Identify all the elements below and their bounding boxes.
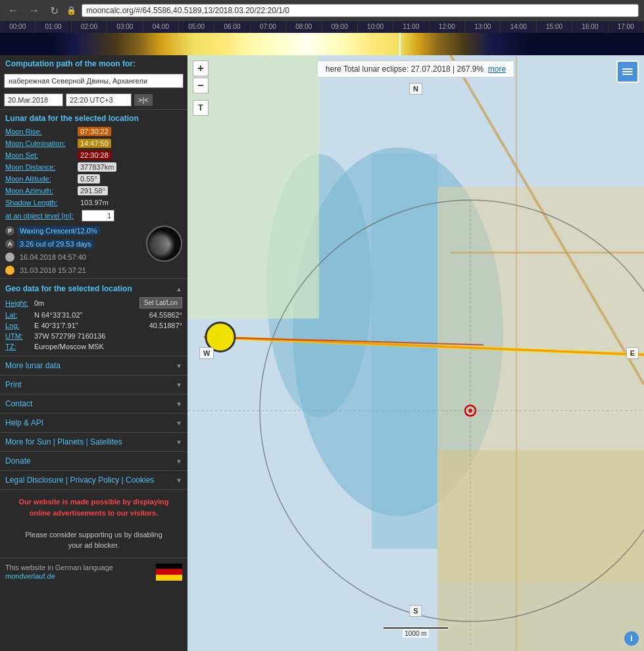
moon-azimuth-row: Moon Azimuth: 291.58° [0, 185, 187, 197]
moon-rise-value: 07:30:22 [78, 127, 111, 136]
more-lunar-header[interactable]: More lunar data ▼ [0, 356, 187, 375]
more-lunar-label: More lunar data [5, 361, 61, 370]
phase-info: P Waxing Crescent/12.0% A 3.26 out of 29… [5, 226, 141, 276]
more-sun-section[interactable]: More for Sun | Planets | Satellites ▼ [0, 432, 187, 451]
hour-7: 07:00 [251, 21, 286, 33]
phase-row-p: P Waxing Crescent/12.0% [5, 226, 141, 236]
direction-east: E [626, 347, 639, 359]
hour-13: 13:00 [465, 21, 501, 33]
layers-button[interactable] [616, 60, 639, 83]
timeline-marker [399, 33, 401, 55]
ad-text1: Our website is made possible by displayi… [5, 496, 182, 508]
geo-tz-label: TZ: [5, 343, 32, 350]
hour-2: 02:00 [72, 21, 107, 33]
svg-rect-2 [622, 74, 633, 75]
next-new-row: 31.03.2018 15:37:21 [5, 265, 141, 276]
phase-badge-a: A [5, 239, 14, 249]
help-chevron: ▼ [176, 420, 182, 427]
date-input[interactable] [4, 93, 63, 107]
svg-rect-0 [622, 68, 633, 70]
contact-header[interactable]: Contact ▼ [0, 395, 187, 413]
geo-tz-row: TZ: Europe/Moscow MSK [5, 341, 182, 352]
german-text: This website in German language [5, 564, 113, 571]
phase-badge-p: P [5, 226, 14, 235]
object-level-input[interactable] [82, 210, 114, 222]
more-lunar-section[interactable]: More lunar data ▼ [0, 356, 187, 375]
flag-gold [156, 575, 182, 581]
donate-section[interactable]: Donate ▼ [0, 451, 187, 470]
moon-set-label: Moon Set: [5, 151, 78, 159]
print-chevron: ▼ [176, 381, 182, 389]
hour-1: 01:00 [36, 21, 71, 33]
legal-section[interactable]: Legal Disclosure | Privacy Policy | Cook… [0, 470, 187, 489]
hour-5: 05:00 [179, 21, 214, 33]
please-text2: your ad blocker. [5, 540, 182, 551]
map-area[interactable]: here Total lunar eclipse: 27.07.2018 | 2… [187, 55, 644, 651]
moon-distance-value: 377837km [78, 162, 116, 172]
moon-set-row: Moon Set: 22:30:28 [0, 149, 187, 161]
moon-altitude-row: Moon Altitude: 0.55° [0, 173, 187, 185]
german-section: This website in German language mondverl… [0, 558, 187, 586]
info-button[interactable]: i [624, 631, 639, 646]
reload-button[interactable]: ↻ [47, 3, 61, 18]
help-header[interactable]: Help & API ▼ [0, 414, 187, 432]
url-bar[interactable] [82, 4, 639, 17]
timeline-gradient[interactable] [0, 33, 644, 55]
forward-button[interactable]: → [26, 3, 42, 18]
shadow-label: Shadow Length: [5, 199, 78, 206]
sidebar: Computation path of the moon for: >|< Lu… [0, 55, 187, 651]
legal-header[interactable]: Legal Disclosure | Privacy Policy | Cook… [0, 471, 187, 489]
scale-bar: 1000 m [383, 627, 449, 638]
shadow-row: Shadow Length: 103.97m [0, 197, 187, 208]
hour-8: 08:00 [286, 21, 322, 33]
shadow-value: 103.97m [78, 198, 111, 207]
german-text-group: This website in German language mondverl… [5, 564, 113, 581]
location-input[interactable] [4, 74, 184, 88]
more-sun-header[interactable]: More for Sun | Planets | Satellites ▼ [0, 433, 187, 451]
geo-lng-label: Lng: [5, 322, 32, 329]
geo-utm-row: UTM: 37W 572799 7160136 [5, 331, 182, 341]
geo-lat-value: N 64°33'31.02" [34, 311, 147, 319]
moon-culmination-value: 14:47:50 [78, 139, 111, 148]
hour-4: 04:00 [143, 21, 179, 33]
zoom-in-button[interactable]: + [193, 60, 209, 76]
hour-11: 11:00 [393, 21, 429, 33]
nav-arrows-button[interactable]: >|< [134, 94, 153, 106]
geo-height-label: Height: [5, 299, 32, 307]
object-level-row: at an object level [m]: [0, 208, 187, 223]
help-section[interactable]: Help & API ▼ [0, 413, 187, 432]
eclipse-more-link[interactable]: more [488, 64, 506, 74]
donate-chevron: ▼ [176, 458, 182, 465]
donate-header[interactable]: Donate ▼ [0, 452, 187, 470]
time-input[interactable] [66, 93, 132, 107]
hour-14: 14:00 [501, 21, 536, 33]
t-button[interactable]: T [193, 100, 209, 116]
back-button[interactable]: ← [5, 3, 21, 18]
lunar-section-header: Lunar data for the selected location [0, 109, 187, 126]
set-latlon-button[interactable]: Set Lat/Lon [139, 297, 182, 308]
donate-label: Donate [5, 456, 31, 466]
moon-distance-row: Moon Distance: 377837km [0, 161, 187, 173]
moon-altitude-label: Moon Altitude: [5, 175, 78, 183]
next-new-date: 31.03.2018 15:37:21 [20, 266, 86, 274]
print-label: Print [5, 380, 22, 389]
print-section[interactable]: Print ▼ [0, 375, 187, 394]
german-url[interactable]: mondverlauf.de [5, 572, 55, 580]
computation-header: Computation path of the moon for: [0, 55, 187, 71]
hour-16: 16:00 [572, 21, 608, 33]
moon-rise-row: Moon Rise: 07:30:22 [0, 126, 187, 137]
phase-highlight: Waxing Crescent/12.0% [17, 226, 100, 235]
moon-visual [146, 226, 182, 262]
new-moon-icon [5, 266, 14, 275]
timeline-bar: 00:00 01:00 02:00 03:00 04:00 05:00 06:0… [0, 21, 644, 55]
direction-west: W [199, 347, 214, 359]
zoom-out-button[interactable]: − [193, 78, 209, 93]
next-full-date: 16.04.2018 04:57:40 [20, 253, 86, 261]
contact-section[interactable]: Contact ▼ [0, 394, 187, 413]
moon-azimuth-label: Moon Azimuth: [5, 187, 78, 195]
hour-17: 17:00 [608, 21, 644, 33]
map-svg-overlay [187, 55, 644, 651]
phase-row-a: A 3.26 out of 29.53 days [5, 239, 141, 249]
print-header[interactable]: Print ▼ [0, 375, 187, 394]
scale-label: 1000 m [403, 629, 428, 638]
